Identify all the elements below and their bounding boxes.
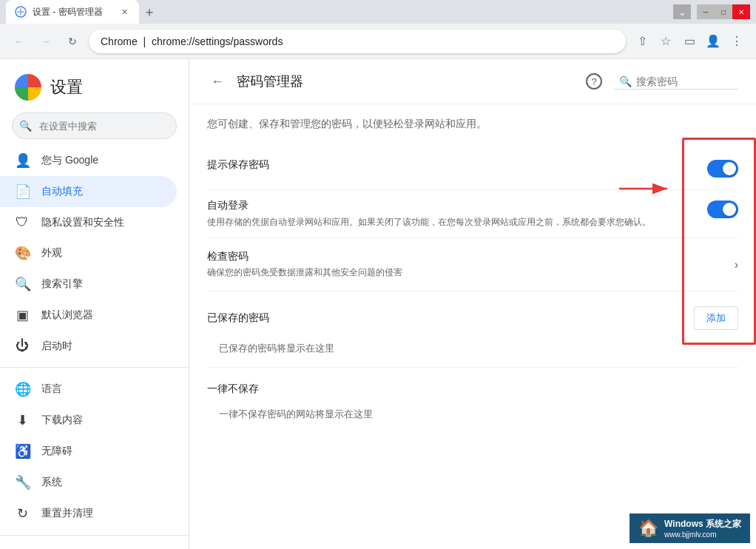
person-icon: 👤	[15, 152, 30, 169]
description-text: 您可创建、保存和管理您的密码，以便轻松登录网站和应用。	[207, 116, 738, 132]
bookmark-icon[interactable]: ☆	[655, 31, 676, 52]
sidebar-item-search[interactable]: 🔍 搜索引擎	[0, 269, 177, 300]
auto-signin-info: 自动登录 使用存储的凭据自动登录网站和应用。如果关闭了该功能，在您每次登录网站或…	[207, 199, 689, 229]
main-layout: 设置 🔍 👤 您与 Google 📄 自动填充 🛡 隐私设置和安全性 🎨 外观 …	[0, 59, 756, 549]
never-save-empty: 一律不保存密码的网站将显示在这里	[207, 402, 738, 427]
sidebar-divider-2	[0, 535, 189, 536]
sidebar-item-label: 启动时	[41, 340, 72, 353]
profile-icon[interactable]: 👤	[703, 31, 723, 52]
sidebar-item-autofill[interactable]: 📄 自动填充	[0, 176, 177, 207]
shield-icon: 🛡	[15, 215, 30, 230]
saved-passwords-section-header: 已保存的密码 添加	[207, 292, 738, 336]
titlebar: 设置 - 密码管理器 ✕ ＋ ⌄ ─ □ ✕	[0, 0, 756, 24]
sidebar-item-privacy[interactable]: 🛡 隐私设置和安全性	[0, 207, 177, 238]
sidebar-item-language[interactable]: 🌐 语言	[0, 374, 177, 405]
never-save-title: 一律不保存	[207, 383, 738, 396]
minimize-button[interactable]: ─	[697, 4, 715, 19]
sidebar-item-label: 您与 Google	[41, 154, 98, 167]
sidebar-item-label: 外观	[41, 246, 62, 260]
sidebar-item-browser[interactable]: ▣ 默认浏览器	[0, 300, 177, 331]
share-icon[interactable]: ⇧	[632, 31, 652, 52]
check-passwords-row[interactable]: 检查密码 确保您的密码免受数据泄露和其他安全问题的侵害 ›	[207, 238, 738, 292]
watermark-house-icon: 🏠	[638, 519, 658, 538]
auto-signin-desc: 使用存储的凭据自动登录网站和应用。如果关闭了该功能，在您每次登录网站或应用之前，…	[207, 215, 689, 229]
address-bar-icons: ⇧ ☆ ▭ 👤 ⋮	[632, 31, 747, 52]
sidebar-item-label: 下载内容	[41, 414, 83, 427]
sidebar-item-startup[interactable]: ⏻ 启动时	[0, 331, 177, 361]
reader-icon[interactable]: ▭	[679, 31, 700, 52]
sidebar-item-label: 默认浏览器	[41, 309, 93, 322]
tab-title: 设置 - 密码管理器	[33, 6, 103, 18]
power-icon: ⏻	[15, 338, 30, 354]
tab-favicon	[15, 6, 27, 18]
sidebar-item-appearance[interactable]: 🎨 外观	[0, 238, 177, 269]
tab-dropdown-button[interactable]: ⌄	[673, 4, 691, 19]
palette-icon: 🎨	[15, 245, 30, 261]
titlebar-controls: ⌄ ─ □ ✕	[673, 4, 750, 19]
tab-close-button[interactable]: ✕	[118, 6, 130, 18]
pm-back-button[interactable]: ←	[207, 71, 228, 92]
saved-passwords-empty: 已保存的密码将显示在这里	[207, 336, 738, 361]
sidebar-item-label: 系统	[41, 476, 62, 489]
document-icon: 📄	[15, 183, 30, 200]
pm-search-input[interactable]	[636, 75, 732, 87]
offer-to-save-row: 提示保存密码	[207, 149, 738, 190]
sidebar-item-google[interactable]: 👤 您与 Google	[0, 145, 177, 176]
sidebar: 设置 🔍 👤 您与 Google 📄 自动填充 🛡 隐私设置和安全性 🎨 外观 …	[0, 59, 189, 549]
sidebar-search-bar: 🔍	[12, 112, 177, 139]
active-tab[interactable]: 设置 - 密码管理器 ✕	[6, 0, 139, 24]
maximize-button[interactable]: □	[715, 4, 732, 19]
sidebar-search-input[interactable]	[12, 112, 177, 139]
refresh-button[interactable]: ↻	[62, 31, 83, 52]
addressbar: ← → ↻ ⇧ ☆ ▭ 👤 ⋮	[0, 24, 756, 59]
offer-to-save-info: 提示保存密码	[207, 158, 689, 175]
watermark: 🏠 Windows 系统之家 www.bjjmlv.com	[630, 513, 750, 543]
sidebar-item-label: 重置并清理	[41, 507, 93, 520]
auto-signin-label: 自动登录	[207, 199, 689, 212]
offer-to-save-toggle[interactable]	[707, 160, 738, 178]
content-body: 您可创建、保存和管理您的密码，以便轻松登录网站和应用。 提示保存密码 自动登录	[189, 104, 756, 445]
sidebar-item-label: 无障碍	[41, 445, 72, 458]
auto-signin-slider	[707, 201, 738, 218]
close-button[interactable]: ✕	[732, 4, 750, 19]
reset-icon: ↻	[15, 505, 30, 522]
download-icon: ⬇	[15, 412, 30, 428]
sidebar-item-reset[interactable]: ↻ 重置并清理	[0, 498, 177, 529]
pm-header: ← 密码管理器 ? 🔍	[189, 59, 756, 104]
never-save-section: 一律不保存 一律不保存密码的网站将显示在这里	[207, 367, 738, 433]
globe-icon: 🌐	[15, 381, 30, 397]
back-button[interactable]: ←	[9, 31, 30, 52]
settings-title: 设置	[50, 76, 83, 98]
sidebar-item-system[interactable]: 🔧 系统	[0, 467, 177, 498]
sidebar-item-label: 隐私设置和安全性	[41, 216, 124, 229]
saved-passwords-title: 已保存的密码	[207, 311, 269, 325]
watermark-url: www.bjjmlv.com	[664, 531, 741, 539]
new-tab-button[interactable]: ＋	[139, 1, 160, 22]
sidebar-item-label: 语言	[41, 383, 62, 396]
pm-title: 密码管理器	[237, 73, 575, 90]
search-engine-icon: 🔍	[15, 276, 30, 292]
sidebar-item-download[interactable]: ⬇ 下载内容	[0, 405, 177, 436]
auto-signin-toggle-area	[707, 199, 738, 221]
sidebar-divider-1	[0, 367, 189, 368]
sidebar-item-extensions[interactable]: 🧩 扩展程序 ↗	[0, 542, 177, 549]
forward-button[interactable]: →	[36, 31, 56, 52]
auto-signin-row: 自动登录 使用存储的凭据自动登录网站和应用。如果关闭了该功能，在您每次登录网站或…	[207, 190, 738, 238]
wrench-icon: 🔧	[15, 474, 30, 491]
check-passwords-desc: 确保您的密码免受数据泄露和其他安全问题的侵害	[207, 266, 402, 279]
chrome-logo	[15, 74, 41, 101]
titlebar-left: 设置 - 密码管理器 ✕ ＋	[6, 0, 160, 24]
content-area: ← 密码管理器 ? 🔍 您可创建、保存和管理您的密码，以便轻松登录网站和应用。 …	[189, 59, 756, 549]
check-passwords-label: 检查密码	[207, 250, 402, 263]
auto-signin-toggle[interactable]	[707, 201, 738, 218]
pm-search: 🔍	[613, 74, 738, 90]
address-input[interactable]	[89, 30, 626, 53]
settings-header: 设置	[0, 65, 189, 112]
sidebar-item-accessibility[interactable]: ♿ 无障碍	[0, 436, 177, 467]
pm-help-button[interactable]: ?	[584, 71, 604, 92]
add-password-button[interactable]: 添加	[694, 306, 738, 330]
offer-to-save-label: 提示保存密码	[207, 158, 689, 172]
more-icon[interactable]: ⋮	[726, 31, 747, 52]
offer-to-save-toggle-area	[707, 158, 738, 181]
offer-to-save-slider	[707, 160, 738, 178]
